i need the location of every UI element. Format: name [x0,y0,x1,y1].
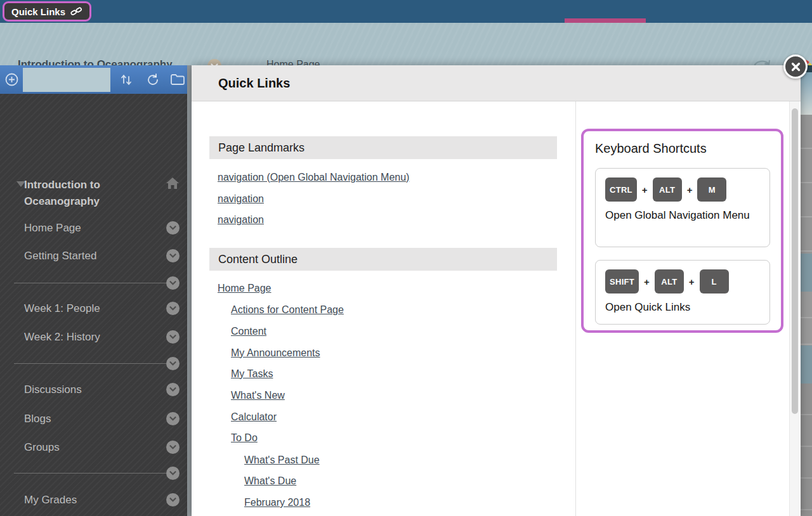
chevron-down-icon [169,306,176,311]
outline-link-whats-past-due[interactable]: What's Past Due [244,455,320,467]
item-chevron-button[interactable] [166,276,180,290]
outline-link-my-announcements[interactable]: My Announcements [231,347,320,360]
active-tab-indicator [565,18,646,23]
outline-link-content[interactable]: Content [231,326,266,339]
chevron-down-icon [169,254,176,258]
dimmed-page-background [801,65,812,516]
item-chevron-button[interactable] [166,221,180,235]
item-chevron-button[interactable] [166,383,180,396]
sidebar-item-week-2[interactable]: Week 2: History [24,331,157,344]
chevron-down-icon [169,498,176,502]
item-chevron-button[interactable] [166,330,180,344]
chevron-down-icon [169,445,176,449]
landmark-link[interactable]: navigation [218,214,264,227]
chevron-down-icon [169,281,176,285]
column-divider [575,101,576,516]
sidebar-item-getting-started[interactable]: Getting Started [24,250,157,263]
item-chevron-button[interactable] [166,493,180,506]
course-menu-toolbar [0,65,187,94]
close-icon [791,62,801,72]
item-chevron-button[interactable] [166,302,180,315]
keycap-l: L [700,269,729,293]
chevron-down-icon [169,335,176,339]
sidebar-item-home-page[interactable]: Home Page [24,222,157,235]
sidebar-divider [14,473,166,474]
sidebar-item-groups[interactable]: Groups [24,441,157,455]
keycap-alt: ALT [653,177,682,202]
landmark-link[interactable]: navigation [218,193,264,206]
sidebar-item-my-grades[interactable]: My Grades [24,494,157,507]
home-icon[interactable] [166,177,180,190]
add-circle-icon[interactable] [5,73,18,86]
keycap-ctrl: CTRL [605,177,637,202]
chevron-down-icon [169,471,176,475]
shortcut-card-quick-links: SHIFT + ALT + L Open Quick Links [595,260,770,325]
outline-link-calculator[interactable]: Calculator [231,411,277,424]
screen: Quick Links Introduction to Oceanography… [0,0,812,516]
modal-header: Quick Links [192,65,801,101]
shortcut-label: Open Global Navigation Menu [605,207,751,223]
menu-style-box [23,68,110,92]
outline-link-actions[interactable]: Actions for Content Page [231,304,344,317]
chevron-down-icon [169,416,176,421]
item-chevron-button[interactable] [166,249,180,262]
landmark-link[interactable]: navigation (Open Global Navigation Menu) [218,172,409,184]
quick-links-modal: Quick Links Page Landmarks navigation (O… [192,65,801,516]
outline-link-whats-new[interactable]: What's New [231,390,285,403]
top-bar: Quick Links [0,0,812,23]
link-icon [70,6,82,17]
reorder-arrows-icon[interactable] [119,73,133,87]
shortcut-label: Open Quick Links [605,299,751,315]
outline-link-whats-due[interactable]: What's Due [244,475,296,488]
sidebar-item-week-1[interactable]: Week 1: People [24,302,157,316]
sidebar-divider [14,363,166,364]
page-landmarks-header: Page Landmarks [209,136,557,159]
scrollbar-thumb[interactable] [792,108,798,414]
outline-link-to-do[interactable]: To Do [231,432,258,445]
item-chevron-button[interactable] [166,412,180,425]
content-outline-header: Content Outline [209,248,557,271]
outline-link-february-2018[interactable]: February 2018 [244,497,310,510]
keycap-alt: ALT [655,269,684,293]
chevron-down-icon [169,387,176,392]
chevron-down-icon [169,226,176,230]
sidebar-item-blogs[interactable]: Blogs [24,413,157,426]
folder-icon[interactable] [170,73,185,86]
sidebar-course-title: Introduction to Oceanography [24,177,151,210]
modal-title: Quick Links [218,76,290,91]
item-chevron-button[interactable] [166,467,180,480]
sidebar-item-discussions[interactable]: Discussions [24,384,157,397]
close-button[interactable] [783,55,808,79]
keyboard-shortcuts-title: Keyboard Shortcuts [595,141,707,156]
course-menu-sidebar: Introduction to Oceanography Home Page G… [0,65,187,516]
shortcut-card-global-nav: CTRL + ALT + M Open Global Navigation Me… [595,168,770,247]
sidebar-divider [14,283,166,283]
keycap-shift: SHIFT [605,269,639,293]
keyboard-shortcuts-panel: Keyboard Shortcuts CTRL + ALT + M Open G… [581,129,783,333]
quick-links-button[interactable]: Quick Links [3,1,91,22]
course-header: Introduction to Oceanography Home Page [0,23,812,65]
refresh-icon[interactable] [146,73,160,87]
quick-links-label: Quick Links [11,6,65,17]
overlay-gap [187,65,192,516]
outline-link-my-tasks[interactable]: My Tasks [231,368,273,381]
item-chevron-button[interactable] [166,441,180,454]
chevron-down-icon [169,361,176,366]
item-chevron-button[interactable] [166,357,180,370]
modal-scrollbar[interactable] [789,101,799,516]
keycap-m: M [697,177,726,202]
outline-link-home-page[interactable]: Home Page [218,283,272,295]
